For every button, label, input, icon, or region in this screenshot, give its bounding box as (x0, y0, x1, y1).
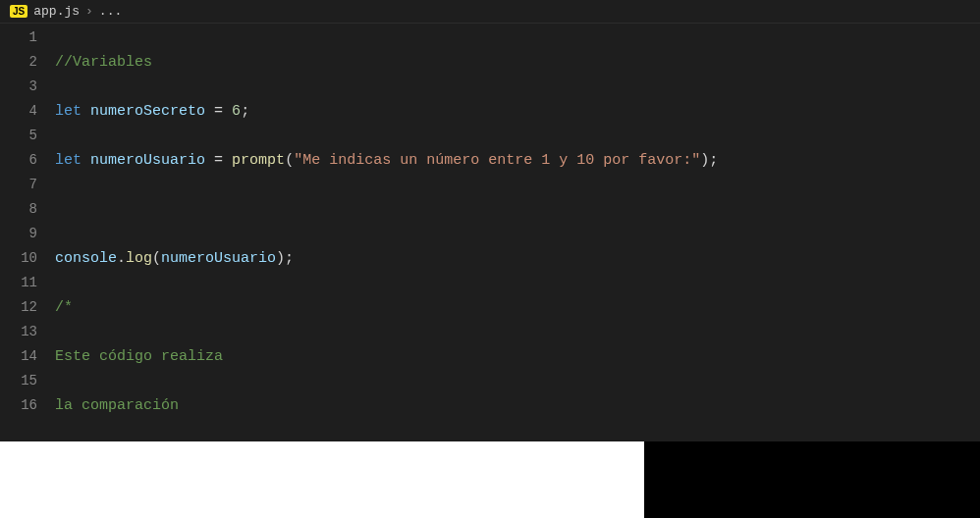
breadcrumb-filename[interactable]: app.js (33, 4, 80, 19)
breadcrumb[interactable]: JS app.js › ... (0, 0, 980, 24)
keyword-let: let (55, 152, 82, 169)
line-number: 2 (0, 50, 37, 75)
line-number: 3 (0, 75, 37, 99)
line-number: 9 (0, 222, 37, 246)
comment: la comparación (55, 397, 179, 414)
comment: Este código realiza (55, 348, 223, 365)
line-number: 5 (0, 124, 37, 148)
object: console (55, 250, 117, 267)
breadcrumb-tail[interactable]: ... (99, 4, 122, 19)
line-number: 7 (0, 173, 37, 197)
line-number: 11 (0, 271, 37, 295)
keyword-let: let (55, 103, 82, 120)
line-number: 4 (0, 99, 37, 124)
line-number: 15 (0, 369, 37, 393)
code-area[interactable]: //Variables let numeroSecreto = 6; let n… (55, 24, 980, 441)
function-call: log (126, 250, 152, 267)
line-number: 10 (0, 246, 37, 271)
footer-right-panel (644, 441, 980, 518)
number-literal: 6 (232, 103, 241, 120)
function-call: prompt (232, 152, 285, 169)
breadcrumb-separator-icon: › (85, 4, 93, 19)
variable: numeroUsuario (90, 152, 205, 169)
comment: /* (55, 299, 73, 316)
file-type-badge: JS (10, 5, 27, 18)
line-number: 6 (0, 148, 37, 173)
footer-left-panel (0, 441, 644, 518)
comment: //Variables (55, 54, 152, 71)
line-number: 8 (0, 197, 37, 222)
variable: numeroUsuario (161, 250, 276, 267)
line-number: 12 (0, 295, 37, 320)
footer-panels (0, 441, 980, 518)
code-editor[interactable]: 1 2 3 4 5 6 7 8 9 10 11 12 13 14 15 16 /… (0, 24, 980, 441)
line-number: 14 (0, 344, 37, 369)
variable: numeroSecreto (90, 103, 205, 120)
line-number: 13 (0, 320, 37, 344)
line-number: 1 (0, 26, 37, 50)
line-number-gutter: 1 2 3 4 5 6 7 8 9 10 11 12 13 14 15 16 (0, 24, 55, 441)
line-number: 16 (0, 393, 37, 418)
string-literal: "Me indicas un número entre 1 y 10 por f… (294, 152, 700, 169)
